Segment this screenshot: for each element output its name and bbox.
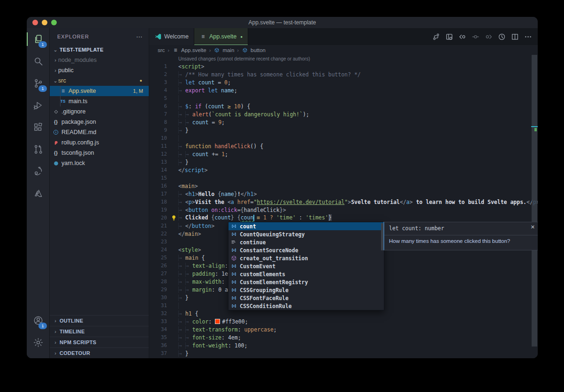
compare-changes-icon[interactable] xyxy=(432,33,440,41)
symbol-variable-icon xyxy=(230,271,237,278)
code-line-15[interactable]: 15 xyxy=(149,174,531,182)
section-label: TIMELINE xyxy=(60,329,85,334)
lightbulb-icon[interactable] xyxy=(171,214,177,221)
file-readme-md[interactable]: README.md xyxy=(50,127,149,137)
modified-dot[interactable]: ● xyxy=(240,35,243,39)
timeline-icon[interactable] xyxy=(498,33,506,41)
account-icon[interactable]: 1 xyxy=(27,309,49,332)
code-line-3[interactable]: 3→ let count = 0; xyxy=(149,78,531,86)
code-line-13[interactable]: 13→ } xyxy=(149,158,531,166)
code-line-18[interactable]: 18→ <p>Visit the <a href="https://svelte… xyxy=(149,198,531,206)
folder-public[interactable]: ›public xyxy=(50,65,149,75)
run-debug-icon[interactable] xyxy=(27,94,49,116)
next-change-icon[interactable] xyxy=(485,33,493,41)
code-line-6[interactable]: 6→ $: if (count ≥ 10) { xyxy=(149,102,531,110)
suggestion-cssfontfacerule[interactable]: CSSFontFaceRule xyxy=(229,294,384,302)
file-yarn-lock[interactable]: yarn.lock xyxy=(50,158,149,168)
folder-src[interactable]: ⌄src● xyxy=(50,75,149,86)
file-tsconfig-json[interactable]: {}tsconfig.json xyxy=(50,148,149,158)
code-editor[interactable]: Unsaved changes (cannot determine recent… xyxy=(149,55,538,358)
previous-change-icon[interactable] xyxy=(458,33,466,41)
suggestion-countqueuingstrategy[interactable]: CountQueuingStrategy xyxy=(229,230,384,238)
code-line-14[interactable]: 14</script> xyxy=(149,166,531,174)
file--gitignore[interactable]: .gitignore xyxy=(50,106,149,117)
code-line-16[interactable]: 16<main> xyxy=(149,182,531,190)
code-line-35[interactable]: 35→ → font-size: 4em; xyxy=(149,333,531,341)
explorer-more-actions-icon[interactable]: ⋯ xyxy=(136,33,143,40)
code-line-8[interactable]: 8→ → count = 9; xyxy=(149,118,531,126)
minimize-window-button[interactable] xyxy=(42,20,47,25)
code-line-11[interactable]: 11→ function handleClick() { xyxy=(149,142,531,150)
code-line-9[interactable]: 9→ } xyxy=(149,126,531,134)
explorer-icon[interactable]: 1 xyxy=(27,28,49,50)
suggestion-customevent[interactable]: CustomEvent xyxy=(229,262,384,270)
open-preview-icon[interactable] xyxy=(445,33,453,41)
code-line-7[interactable]: 7→ → alert(`count is dangerously high!`)… xyxy=(149,110,531,118)
suggestion-count[interactable]: count xyxy=(229,222,384,230)
suggestion-customelements[interactable]: customElements xyxy=(229,270,384,278)
code-line-20[interactable]: 20→ Clicked {count} {coun ≡ 1 ? 'time' :… xyxy=(149,214,531,222)
file-package-json[interactable]: {}package.json xyxy=(50,117,149,127)
suggestion-continue[interactable]: continue xyxy=(229,238,384,246)
source-control-icon[interactable]: 1 xyxy=(27,72,49,94)
suggestion-label: customElements xyxy=(240,271,285,278)
project-root-row[interactable]: ⌄ TEST-TEMPLATE xyxy=(50,45,149,55)
suggestion-constantsourcenode[interactable]: ConstantSourceNode xyxy=(229,246,384,254)
scrollbar-slider[interactable] xyxy=(532,55,537,347)
sidebar-section-outline[interactable]: › OUTLINE xyxy=(50,315,149,326)
breadcrumb-item-app-svelte[interactable]: App.svelte xyxy=(181,47,206,53)
azure-icon[interactable] xyxy=(27,182,49,204)
symbol-module-icon xyxy=(230,255,237,262)
symbol-keyword-icon xyxy=(230,239,237,246)
current-change-icon[interactable] xyxy=(472,33,480,41)
code-line-1[interactable]: 1<script> xyxy=(149,62,531,70)
editor-scrollbar[interactable] xyxy=(531,55,538,358)
split-editor-icon[interactable] xyxy=(511,33,519,41)
code-line-12[interactable]: 12→ → count += 1; xyxy=(149,150,531,158)
code-line-5[interactable]: 5 xyxy=(149,94,531,102)
suggestion-cssgroupingrule[interactable]: CSSGroupingRule xyxy=(229,286,384,294)
sidebar-header: EXPLORER ⋯ xyxy=(50,28,149,45)
code-line-10[interactable]: 10 xyxy=(149,134,531,142)
close-window-button[interactable] xyxy=(32,20,38,25)
file-app-svelte[interactable]: ≡App.svelte1, M xyxy=(50,86,149,96)
suggestion-label: ConstantSourceNode xyxy=(240,247,298,254)
section-label: OUTLINE xyxy=(60,318,83,324)
code-line-19[interactable]: 19→ <button on:click={handleClick}> xyxy=(149,206,531,214)
sidebar-section-npm-scripts[interactable]: › NPM SCRIPTS xyxy=(50,337,149,347)
more-actions-icon[interactable] xyxy=(524,33,532,41)
suggestion-create_out_transition[interactable]: create_out_transition xyxy=(229,254,384,262)
code-line-17[interactable]: 17→ <h1>Hello {name}!</h1> xyxy=(149,190,531,198)
breadcrumb-item-src[interactable]: src xyxy=(158,47,165,53)
settings-icon[interactable] xyxy=(27,332,49,354)
file-rollup-config-js[interactable]: rollup.config.js xyxy=(50,137,149,148)
breadcrumb-item-main[interactable]: main xyxy=(222,47,234,53)
codelens-unsaved-changes[interactable]: Unsaved changes (cannot determine recent… xyxy=(178,56,310,61)
code-line-33[interactable]: 33→ → color: #ff3e00; xyxy=(149,317,531,325)
file-main-ts[interactable]: TSmain.ts xyxy=(50,96,149,106)
live-share-icon[interactable] xyxy=(27,160,49,182)
suggestion-docs-panel: let count: number How many times has som… xyxy=(383,222,538,250)
code-line-4[interactable]: 4→ export let name; xyxy=(149,86,531,94)
suggestion-customelementregistry[interactable]: CustomElementRegistry xyxy=(229,278,384,286)
breadcrumb-item-button[interactable]: button xyxy=(251,47,266,53)
tab-app-svelte[interactable]: ≡App.svelte● xyxy=(194,28,248,45)
suggestion-cssconditionrule[interactable]: CSSConditionRule xyxy=(229,302,384,310)
folder-node-modules[interactable]: ›node_modules xyxy=(50,55,149,65)
close-icon[interactable]: ✕ xyxy=(531,224,535,230)
tab-welcome[interactable]: Welcome xyxy=(149,28,194,45)
search-icon[interactable] xyxy=(27,50,49,72)
github-pr-icon[interactable] xyxy=(27,138,49,160)
zoom-window-button[interactable] xyxy=(51,20,57,25)
code-line-36[interactable]: 36→ → font-weight: 100; xyxy=(149,341,531,349)
code-line-32[interactable]: 32→ h1 { xyxy=(149,309,531,317)
symbol-variable-icon xyxy=(230,279,237,286)
code-line-2[interactable]: 2→ /** How many times has someone clicke… xyxy=(149,70,531,78)
extensions-icon[interactable] xyxy=(27,116,49,138)
sidebar-section-timeline[interactable]: › TIMELINE xyxy=(50,326,149,337)
sidebar-section-codetour[interactable]: › CODETOUR xyxy=(50,347,149,358)
line-number: 12 xyxy=(149,151,167,157)
code-line-37[interactable]: 37→ } xyxy=(149,349,531,357)
code-line-34[interactable]: 34→ → text-transform: uppercase; xyxy=(149,325,531,333)
line-content: → $: if (count ≥ 10) { xyxy=(178,103,250,110)
